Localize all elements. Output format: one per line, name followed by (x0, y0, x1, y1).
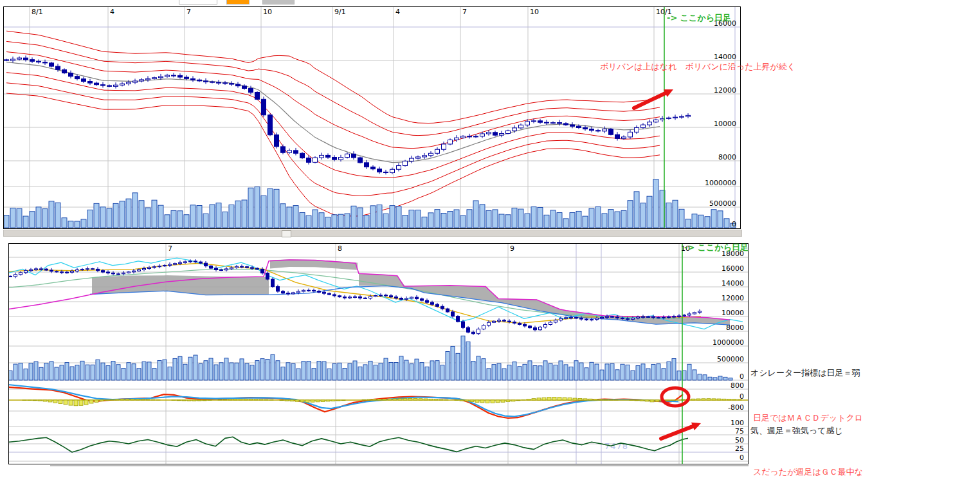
orange-button-fragment[interactable] (226, 0, 250, 5)
svg-text:10000: 10000 (714, 120, 736, 128)
svg-text:8: 8 (338, 244, 342, 253)
svg-text:800: 800 (730, 381, 744, 390)
chart-canvas: 7478180001600014000120001000080001000000… (8, 243, 749, 464)
macd-comment-line: 日足ではＭＡＣＤデットクロ (753, 409, 864, 427)
svg-text:10: 10 (530, 8, 539, 16)
stock-code-watermark: 7478 (604, 441, 628, 451)
lower-ichimoku-oscillator-chart[interactable]: 7478180001600014000120001000080001000000… (8, 243, 749, 464)
svg-text:14000: 14000 (714, 53, 736, 61)
svg-text:7: 7 (462, 8, 467, 16)
svg-text:25: 25 (735, 444, 744, 453)
chart-canvas: 160001400012000100008000100000050000008/… (3, 6, 741, 229)
svg-text:0: 0 (740, 392, 744, 401)
svg-text:1000000: 1000000 (705, 179, 736, 187)
macd-comment-line: スだったが週足はＧＣ最中な (753, 463, 864, 481)
white-button-fragment[interactable] (179, 0, 217, 5)
svg-text:9: 9 (510, 244, 514, 253)
svg-text:500000: 500000 (709, 199, 736, 208)
scrollbar-thumb[interactable] (282, 230, 291, 237)
bollinger-annotation-text: ボリバンは上はなれ ボリバンに沿った上昇が続く (600, 62, 795, 71)
svg-text:10: 10 (263, 8, 272, 16)
svg-text:0: 0 (732, 220, 736, 228)
svg-text:9/1: 9/1 (334, 8, 346, 16)
svg-text:7: 7 (186, 8, 191, 16)
stock-chart-workspace: 160001400012000100008000100000050000008/… (0, 0, 980, 503)
svg-text:10000: 10000 (721, 309, 744, 317)
svg-text:7: 7 (168, 244, 172, 253)
panel-bottom-shadow (50, 465, 749, 466)
svg-text:1000000: 1000000 (712, 338, 744, 347)
svg-text:100: 100 (730, 419, 744, 427)
svg-text:0: 0 (740, 372, 744, 381)
svg-text:75: 75 (735, 427, 744, 435)
macd-rsi-comment: 日足ではＭＡＣＤデットクロ スだったが週足はＧＣ最中な ので問題なし。 ＲＳＩも… (753, 373, 864, 503)
svg-text:16000: 16000 (721, 264, 744, 273)
svg-text:50: 50 (735, 436, 744, 444)
svg-text:4: 4 (110, 8, 114, 16)
daily-start-note-bottom: -> ここから日足 (684, 243, 749, 252)
svg-text:12000: 12000 (714, 86, 736, 95)
gray-button-fragment[interactable] (262, 0, 295, 5)
svg-text:0: 0 (740, 453, 744, 462)
daily-start-note-top: -> ここから日足 (667, 14, 731, 22)
svg-text:8000: 8000 (726, 324, 744, 332)
svg-text:8000: 8000 (718, 153, 736, 161)
svg-text:500000: 500000 (717, 355, 744, 363)
svg-text:14000: 14000 (721, 279, 744, 288)
upper-bollinger-price-chart[interactable]: 160001400012000100008000100000050000008/… (3, 6, 741, 229)
svg-text:4: 4 (395, 8, 400, 16)
svg-text:8/1: 8/1 (32, 8, 43, 16)
svg-text:-800: -800 (728, 403, 744, 412)
svg-text:12000: 12000 (721, 294, 744, 302)
chart-horizontal-scrollbar[interactable] (3, 230, 742, 237)
